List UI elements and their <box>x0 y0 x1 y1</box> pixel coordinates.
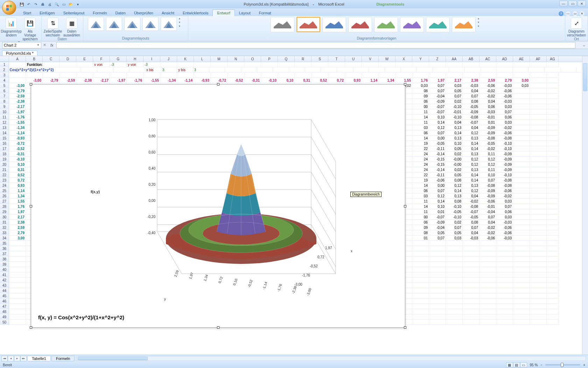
chart-layout-thumb[interactable] <box>88 17 104 31</box>
col-header[interactable]: Z <box>429 56 446 62</box>
switch-row-col-button[interactable]: ⇅ Zeile/Spalte wechseln <box>44 17 61 37</box>
cell[interactable] <box>160 73 177 78</box>
row-header[interactable]: 37 <box>0 251 9 257</box>
cell[interactable] <box>513 236 530 241</box>
cell[interactable]: 0,07 <box>429 236 446 241</box>
cell[interactable]: -3 <box>144 62 160 67</box>
cell[interactable]: 24 <box>412 151 429 157</box>
row-header[interactable]: 19 <box>0 157 9 162</box>
cell[interactable]: 0,13 <box>446 193 463 199</box>
cell[interactable]: 00 <box>412 104 429 109</box>
cell[interactable] <box>9 320 26 325</box>
cell[interactable] <box>295 62 312 67</box>
cell[interactable] <box>9 304 26 309</box>
cell[interactable] <box>463 320 479 325</box>
chart-style-thumb[interactable] <box>271 17 294 32</box>
cell[interactable]: -0,06 <box>496 94 513 99</box>
cell[interactable] <box>513 262 530 267</box>
row-header[interactable]: 49 <box>0 314 9 320</box>
cell[interactable] <box>463 272 479 278</box>
cell[interactable]: 22 <box>412 172 429 178</box>
cell[interactable]: 0,14 <box>429 120 446 125</box>
cell[interactable]: 0,03 <box>412 83 429 88</box>
col-header[interactable]: L <box>194 56 211 62</box>
cell[interactable] <box>496 293 513 299</box>
cell[interactable]: 0,07 <box>463 225 479 230</box>
cell[interactable] <box>513 188 530 193</box>
qat-print-icon[interactable]: 🖶 <box>40 1 46 7</box>
cell[interactable] <box>513 146 530 151</box>
cell[interactable]: -0,10 <box>496 172 513 178</box>
cell[interactable]: 0,03 <box>496 120 513 125</box>
cell[interactable] <box>429 267 446 272</box>
cell[interactable]: -0,09 <box>479 130 496 136</box>
cell[interactable] <box>530 73 547 78</box>
col-header[interactable]: E <box>76 56 93 62</box>
cell[interactable]: y bis <box>177 67 193 73</box>
cell[interactable] <box>463 304 479 309</box>
sheet-tab-formeln[interactable]: Formeln <box>51 356 75 361</box>
cell[interactable]: -1,14 <box>177 78 194 83</box>
row-header[interactable]: 3 <box>0 73 9 78</box>
cell[interactable] <box>513 88 530 94</box>
cell[interactable] <box>547 136 559 141</box>
row-header[interactable]: 7 <box>0 94 9 99</box>
cell[interactable] <box>496 257 513 262</box>
row-header[interactable]: 8 <box>0 99 9 104</box>
cell[interactable] <box>446 314 463 320</box>
cell[interactable]: -0,06 <box>479 83 496 88</box>
cell[interactable] <box>463 283 479 288</box>
cell[interactable] <box>412 73 429 78</box>
cell[interactable] <box>244 62 261 67</box>
cell[interactable]: 1,14 <box>9 188 26 193</box>
cell[interactable] <box>547 230 559 236</box>
cell[interactable] <box>530 230 547 236</box>
cell[interactable] <box>513 115 530 120</box>
maximize-button[interactable]: ▭ <box>568 1 577 6</box>
cell[interactable] <box>530 288 547 293</box>
row-header[interactable]: 42 <box>0 278 9 283</box>
cell[interactable] <box>209 67 225 73</box>
resize-handle[interactable] <box>404 83 406 86</box>
cell[interactable] <box>547 278 559 283</box>
cell[interactable]: 09 <box>412 225 429 230</box>
cell[interactable]: 0,05 <box>446 88 463 94</box>
cell[interactable] <box>9 78 26 83</box>
cell[interactable]: -0,09 <box>479 188 496 193</box>
cell[interactable]: 0,14 <box>463 146 479 151</box>
cell[interactable]: -0,05 <box>479 141 496 146</box>
cell[interactable] <box>429 299 446 304</box>
cell[interactable] <box>97 67 113 73</box>
cell[interactable]: 0,06 <box>479 104 496 109</box>
cell[interactable] <box>463 314 479 320</box>
cell[interactable] <box>412 283 429 288</box>
cell[interactable] <box>429 314 446 320</box>
sheet-nav-last-icon[interactable]: ▸▸ <box>20 356 27 361</box>
cell[interactable] <box>530 309 547 314</box>
cell[interactable] <box>479 246 496 251</box>
cell[interactable]: 0,13 <box>446 125 463 130</box>
cell[interactable] <box>547 115 559 120</box>
col-header[interactable]: B <box>26 56 43 62</box>
cell[interactable]: 0,10 <box>479 172 496 178</box>
row-header[interactable]: 26 <box>0 193 9 199</box>
cell[interactable]: 0,03 <box>513 83 530 88</box>
cell[interactable]: 0,10 <box>429 115 446 120</box>
cell[interactable] <box>547 241 559 246</box>
chart-layout-thumb[interactable] <box>142 17 159 31</box>
cell[interactable] <box>513 141 530 146</box>
cell[interactable]: 0,07 <box>446 225 463 230</box>
cell[interactable] <box>479 283 496 288</box>
cell[interactable] <box>496 278 513 283</box>
cell[interactable]: 2,59 <box>9 225 26 230</box>
cell[interactable] <box>446 283 463 288</box>
resize-handle[interactable] <box>404 326 406 329</box>
cell[interactable] <box>530 314 547 320</box>
col-header[interactable]: V <box>362 56 379 62</box>
chart-layout-thumb[interactable] <box>161 17 177 31</box>
cell[interactable]: 0,31 <box>9 167 26 172</box>
cell[interactable]: 06 <box>412 130 429 136</box>
cell[interactable] <box>513 109 530 115</box>
cell[interactable]: -0,10 <box>9 157 26 162</box>
cell[interactable]: -0,09 <box>429 99 446 104</box>
